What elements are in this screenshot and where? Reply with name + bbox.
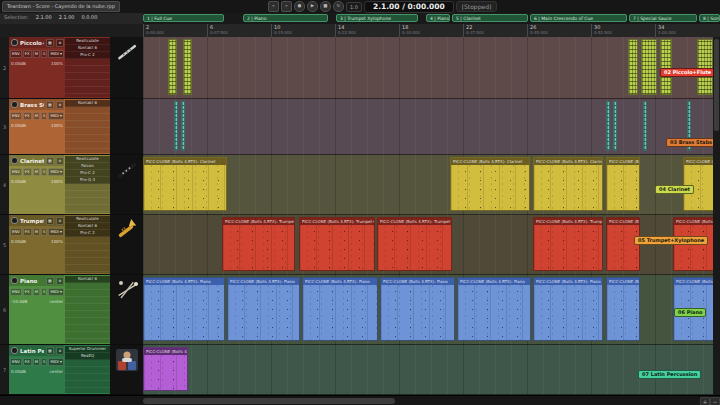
fx-slot[interactable]: Pro-C 2: [65, 170, 110, 177]
env-button[interactable]: ENV: [10, 50, 22, 58]
fx-slot[interactable]: Reaticulate: [65, 216, 110, 223]
record-arm-button[interactable]: [11, 347, 18, 354]
fx-slot-empty[interactable]: [65, 73, 110, 80]
pan-value[interactable]: center: [50, 369, 63, 374]
midi-item[interactable]: PICC-CLONE (Bolts 4.RTX): Trumpet+Xylo: [299, 217, 375, 271]
transport-position[interactable]: 2.1.00 / 0:00.000: [364, 1, 454, 13]
track-lane-4[interactable]: PICC-CLONE (Bolts 4.RTX): ClarinetPICC-C…: [143, 155, 713, 215]
s-button[interactable]: S: [41, 50, 47, 58]
track-lane-2[interactable]: [143, 37, 713, 99]
env-button[interactable]: ENV: [10, 228, 22, 236]
fx-slot-empty[interactable]: [65, 66, 110, 73]
fx-slot-empty[interactable]: [65, 80, 110, 87]
midi-item[interactable]: PICC-CLONE (Bolts 4.RTX): Piano: [143, 277, 225, 341]
marker-8[interactable]: 8 | Something too Percussive: [699, 14, 720, 22]
midi-input-select[interactable]: MIDI ▾: [48, 288, 64, 296]
fx-slot[interactable]: Kontakt 6: [65, 100, 110, 107]
phase-icon[interactable]: ø: [56, 217, 64, 225]
fx-chain-panel[interactable]: Superior DrummerReaEQ: [65, 346, 110, 393]
fx-slot[interactable]: Reaticulate: [65, 38, 110, 45]
midi-grid-icon[interactable]: ▦: [46, 347, 54, 355]
midi-grid-icon[interactable]: ▦: [46, 39, 54, 47]
stop-button[interactable]: ■: [320, 1, 331, 12]
fx-chain-panel[interactable]: Kontakt 6: [65, 100, 110, 153]
fx-slot-empty[interactable]: [65, 381, 110, 388]
pan-value[interactable]: 100%: [51, 239, 63, 244]
midi-item[interactable]: [643, 101, 647, 151]
phase-icon[interactable]: ø: [56, 277, 64, 285]
midi-item[interactable]: [606, 101, 610, 151]
playrate-box[interactable]: 1.0: [346, 2, 362, 12]
fx-slot[interactable]: Pro-C 2: [65, 52, 110, 59]
fx-slot-empty[interactable]: [65, 205, 110, 212]
record-button[interactable]: ●: [294, 1, 305, 12]
fx-slot-empty[interactable]: [65, 265, 110, 272]
midi-item[interactable]: PICC-CLONE (Bolts 4.RTX): Piano: [533, 277, 603, 341]
midi-item[interactable]: PICC-CLONE (Bolts 4.RTX): Latin Perc: [143, 347, 188, 391]
s-button[interactable]: S: [41, 358, 47, 366]
fx-chain-panel[interactable]: Kontakt 6: [65, 276, 110, 343]
midi-item[interactable]: [168, 39, 177, 95]
env-button[interactable]: ENV: [10, 112, 22, 120]
selection-length[interactable]: 0.0.00: [82, 14, 98, 20]
track-lane-7[interactable]: PICC-CLONE (Bolts 4.RTX): Latin Perc: [143, 345, 713, 395]
arrange-view[interactable]: PICC-CLONE (Bolts 4.RTX): ClarinetPICC-C…: [143, 37, 713, 395]
record-arm-button[interactable]: [11, 101, 18, 108]
fx-button[interactable]: FX: [23, 358, 32, 366]
fx-slot[interactable]: Kontakt 6: [65, 45, 110, 52]
midi-item[interactable]: PICC-CLONE (Bolts 4.RTX): Clarinet: [533, 157, 603, 211]
phase-icon[interactable]: ø: [56, 101, 64, 109]
fx-slot-empty[interactable]: [65, 184, 110, 191]
record-arm-button[interactable]: [11, 217, 18, 224]
fx-slot[interactable]: Falcon: [65, 163, 110, 170]
s-button[interactable]: S: [41, 228, 47, 236]
m-button[interactable]: M: [33, 50, 40, 58]
midi-input-select[interactable]: MIDI ▾: [48, 358, 64, 366]
vertical-scroll-handle[interactable]: [714, 39, 719, 131]
fx-slot-empty[interactable]: [65, 121, 110, 128]
midi-item[interactable]: PICC-CLONE (Bolts 4.RTX): Clarinet: [450, 157, 530, 211]
env-button[interactable]: ENV: [10, 358, 22, 366]
fx-slot-empty[interactable]: [65, 283, 110, 290]
pan-value[interactable]: center: [50, 299, 63, 304]
go-to-start-button[interactable]: «: [268, 1, 279, 12]
midi-item[interactable]: PICC-CLONE (Bolts 4.RTX): Trumpet+Xylo: [377, 217, 452, 271]
marker-3[interactable]: 3 | Trumpet Xylophone: [336, 14, 418, 22]
selection-end[interactable]: 2.1.00: [59, 14, 75, 20]
fx-slot-empty[interactable]: [65, 251, 110, 258]
tcp-track-piano[interactable]: 6Piano▦øENVFXMSMIDI ▾-10.0dBcenterKontak…: [0, 275, 110, 345]
env-button[interactable]: ENV: [10, 168, 22, 176]
m-button[interactable]: M: [33, 168, 40, 176]
fx-slot-empty[interactable]: [65, 325, 110, 332]
midi-item[interactable]: PICC-CLONE (Bolts 4.RTX): Clarinet: [143, 157, 227, 211]
volume-value[interactable]: 0.00dB: [11, 239, 26, 244]
pan-value[interactable]: 100%: [51, 123, 63, 128]
fx-slot-empty[interactable]: [65, 59, 110, 66]
s-button[interactable]: S: [41, 288, 47, 296]
pan-value[interactable]: 100%: [51, 61, 63, 66]
midi-item[interactable]: [628, 39, 638, 95]
fx-slot-empty[interactable]: [65, 367, 110, 374]
window-title[interactable]: Teardown - Score - Cayendo de la nube.rp…: [2, 1, 120, 12]
horizontal-scrollbar[interactable]: + −: [0, 395, 720, 405]
midi-item[interactable]: [613, 101, 617, 151]
fx-slot[interactable]: Kontakt 6: [65, 276, 110, 283]
record-arm-button[interactable]: [11, 39, 18, 46]
repeat-button[interactable]: ↻: [333, 1, 344, 12]
pan-value[interactable]: 100%: [51, 179, 63, 184]
fx-button[interactable]: FX: [23, 112, 32, 120]
volume-value[interactable]: 0.00dB: [11, 123, 26, 128]
fx-slot-empty[interactable]: [65, 318, 110, 325]
fx-slot-empty[interactable]: [65, 332, 110, 339]
fx-slot[interactable]: Reaticulate: [65, 156, 110, 163]
horizontal-scroll-handle[interactable]: [143, 398, 395, 404]
fx-slot[interactable]: ReaEQ: [65, 353, 110, 360]
midi-item[interactable]: [174, 101, 178, 151]
tcp-track-trumpet-xy[interactable]: 5Trumpet+Xy▦øENVFXMSMIDI ▾0.00dB100%Reat…: [0, 215, 110, 275]
m-button[interactable]: M: [33, 112, 40, 120]
track-lane-5[interactable]: PICC-CLONE (Bolts 4.RTX): Trumpet+XyloPI…: [143, 215, 713, 275]
timeline-ruler[interactable]: 20:00.00060:07.500100:15.000140:22.50018…: [143, 24, 720, 38]
s-button[interactable]: S: [41, 112, 47, 120]
record-arm-button[interactable]: [11, 277, 18, 284]
fx-chain-panel[interactable]: ReaticulateFalconPro-C 2Pro-Q 3: [65, 156, 110, 213]
